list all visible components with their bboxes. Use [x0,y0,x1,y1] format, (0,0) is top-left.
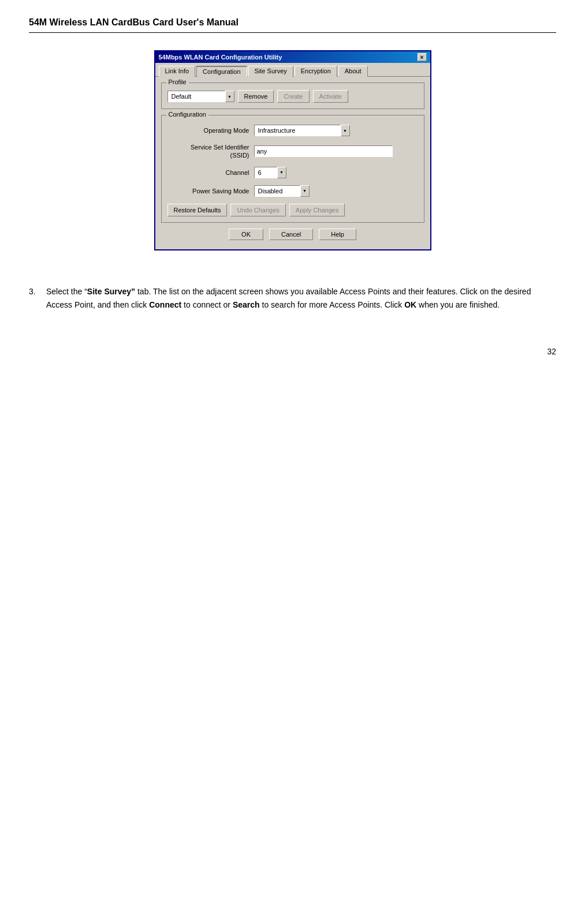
page-number: 32 [29,347,556,356]
config-group-title: Configuration [166,111,208,118]
manual-content: 3. Select the “Site Survey” tab. The lis… [29,285,556,313]
power-saving-select[interactable]: Disabled [254,185,300,197]
restore-defaults-button[interactable]: Restore Defaults [167,204,228,216]
instruction-number-3: 3. [29,285,46,313]
operating-mode-arrow[interactable]: ▼ [341,125,350,136]
dialog-tabs: Link Info Configuration Site Survey Encr… [155,63,430,76]
remove-button[interactable]: Remove [238,90,274,103]
dialog-title-text: 54Mbps WLAN Card Configuration Utility [159,54,282,61]
screenshot-container: 54Mbps WLAN Card Configuration Utility ×… [29,50,556,250]
power-saving-select-wrapper[interactable]: Disabled ▼ [254,185,310,197]
dialog-window: 54Mbps WLAN Card Configuration Utility ×… [154,50,431,250]
operating-mode-row: Operating Mode Infrastructure ▼ [167,125,418,136]
profile-select-wrapper[interactable]: Default ▼ [167,91,234,102]
activate-button[interactable]: Activate [313,90,348,103]
channel-select[interactable]: 6 [254,167,277,178]
create-button[interactable]: Create [277,90,309,103]
help-button[interactable]: Help [319,229,356,240]
channel-select-wrapper[interactable]: 6 ▼ [254,167,286,178]
tab-about[interactable]: About [338,66,368,77]
cancel-button[interactable]: Cancel [269,229,313,240]
ssid-input[interactable] [254,145,393,157]
close-button[interactable]: × [418,53,427,61]
profile-group-title: Profile [166,78,189,85]
profile-dropdown-arrow[interactable]: ▼ [225,91,234,102]
bottom-buttons: OK Cancel Help [161,229,424,240]
dialog-content: Profile Default ▼ Remove Create Activate… [155,76,430,249]
ssid-label: Service Set Identifier(SSID) [167,143,254,160]
profile-group: Profile Default ▼ Remove Create Activate [161,83,424,109]
undo-changes-button[interactable]: Undo Changes [230,204,285,216]
instruction-text-3: Select the “Site Survey” tab. The list o… [46,285,556,313]
dialog-titlebar: 54Mbps WLAN Card Configuration Utility × [155,51,430,63]
power-saving-arrow[interactable]: ▼ [300,185,310,197]
channel-arrow[interactable]: ▼ [277,167,286,178]
ok-button[interactable]: OK [229,229,263,240]
restore-row: Restore Defaults Undo Changes Apply Chan… [167,204,418,216]
page-title: 54M Wireless LAN CardBus Card User's Man… [29,17,556,28]
operating-mode-label: Operating Mode [167,127,254,134]
instruction-item-3: 3. Select the “Site Survey” tab. The lis… [29,285,556,313]
tab-configuration[interactable]: Configuration [196,66,247,77]
power-saving-row: Power Saving Mode Disabled ▼ [167,185,418,197]
profile-row: Default ▼ Remove Create Activate [167,90,418,103]
ssid-row: Service Set Identifier(SSID) [167,143,418,160]
configuration-group: Configuration Operating Mode Infrastruct… [161,115,424,223]
channel-label: Channel [167,169,254,176]
tab-link-info[interactable]: Link Info [159,66,196,77]
operating-mode-select-wrapper[interactable]: Infrastructure ▼ [254,125,350,136]
power-saving-label: Power Saving Mode [167,188,254,194]
profile-dropdown[interactable]: Default [167,91,225,102]
operating-mode-select[interactable]: Infrastructure [254,125,341,136]
tab-site-survey[interactable]: Site Survey [248,66,293,77]
channel-row: Channel 6 ▼ [167,167,418,178]
tab-encryption[interactable]: Encryption [295,66,337,77]
title-divider [29,32,556,33]
apply-changes-button[interactable]: Apply Changes [289,204,345,216]
